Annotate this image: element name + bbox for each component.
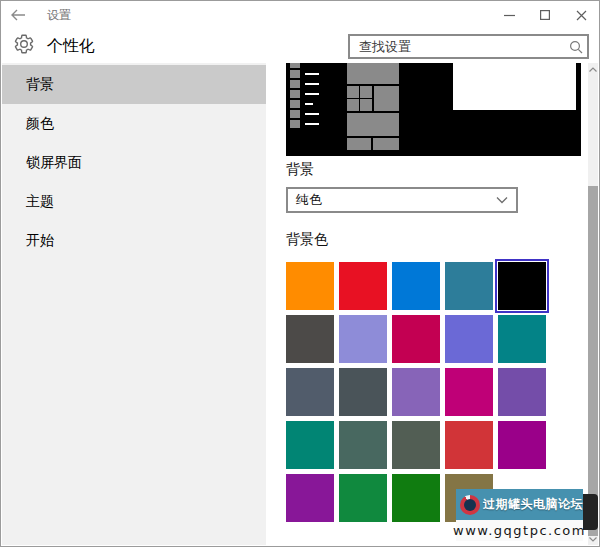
preview-text-line	[305, 83, 319, 85]
preview-tile	[374, 86, 399, 111]
preview-window	[453, 63, 576, 110]
color-swatch-ff8c00[interactable]	[286, 262, 334, 310]
color-swatch-d13438[interactable]	[445, 421, 493, 469]
watermark-logo-icon	[460, 495, 480, 515]
back-arrow-icon	[10, 9, 26, 21]
color-swatch-4a5459[interactable]	[339, 368, 387, 416]
scroll-down-icon[interactable]	[588, 534, 598, 544]
color-swatch-c30052[interactable]	[392, 315, 440, 363]
search-input[interactable]	[350, 39, 565, 54]
preview-tile	[373, 138, 399, 150]
preview-tile	[347, 99, 359, 111]
settings-window: 设置 个性化	[0, 0, 600, 547]
background-type-dropdown[interactable]: 纯色	[286, 187, 518, 213]
background-label: 背景	[286, 161, 314, 179]
background-preview	[286, 63, 581, 156]
preview-text-line	[305, 93, 319, 95]
sidebar-item-background[interactable]: 背景	[2, 65, 266, 104]
watermark-banner: 过期罐头电脑论坛	[456, 489, 583, 520]
preview-app-icon	[290, 63, 300, 68]
color-swatch-e81123[interactable]	[339, 262, 387, 310]
background-colors-label: 背景色	[286, 231, 328, 249]
color-swatch-grid	[286, 262, 547, 522]
color-swatch-6b69d6[interactable]	[445, 315, 493, 363]
maximize-icon	[540, 10, 550, 20]
close-icon	[576, 10, 587, 21]
preview-text-line	[305, 73, 319, 75]
color-swatch-8e8cd8[interactable]	[339, 315, 387, 363]
window-title: 设置	[47, 7, 71, 24]
sidebar-item-colors[interactable]: 颜色	[2, 104, 266, 143]
scroll-up-icon[interactable]	[588, 64, 598, 74]
color-swatch-038387[interactable]	[498, 315, 546, 363]
color-swatch-bf0077[interactable]	[445, 368, 493, 416]
preview-text-line	[305, 123, 319, 125]
back-button[interactable]	[1, 1, 35, 29]
color-swatch-4c4a48[interactable]	[286, 315, 334, 363]
preview-tile	[347, 138, 371, 150]
color-swatch-525e54[interactable]	[392, 421, 440, 469]
maximize-button[interactable]	[527, 1, 563, 29]
scrollbar[interactable]	[588, 63, 598, 545]
preview-text-line	[305, 103, 313, 105]
minimize-button[interactable]	[491, 1, 527, 29]
preview-app-icon	[290, 80, 300, 88]
preview-tile	[347, 113, 399, 136]
page-title: 个性化	[47, 36, 95, 57]
preview-app-icon	[290, 110, 300, 118]
sidebar: 背景颜色锁屏界面主题开始	[2, 63, 266, 545]
watermark-url-band: www.gqgtpc.com	[456, 520, 583, 541]
gear-icon	[13, 33, 35, 55]
color-swatch-744da9[interactable]	[498, 368, 546, 416]
search-icon[interactable]	[565, 40, 587, 54]
preview-app-icon	[290, 70, 300, 78]
preview-tile	[360, 86, 372, 98]
preview-tile	[360, 99, 372, 111]
minimize-icon	[504, 10, 515, 21]
color-swatch-515c6b[interactable]	[286, 368, 334, 416]
titlebar: 设置	[1, 1, 599, 29]
color-swatch-000000[interactable]	[498, 262, 546, 310]
scrollbar-thumb[interactable]	[588, 186, 598, 536]
color-swatch-8764b8[interactable]	[392, 368, 440, 416]
color-swatch-10893e[interactable]	[339, 474, 387, 522]
sidebar-item-themes[interactable]: 主题	[2, 182, 266, 221]
sidebar-item-start[interactable]: 开始	[2, 221, 266, 260]
color-swatch-107c10[interactable]	[392, 474, 440, 522]
preview-tile	[347, 86, 359, 98]
header: 个性化	[1, 29, 599, 63]
search-box[interactable]	[348, 34, 589, 59]
content-pane: 背景 纯色 背景色	[266, 63, 598, 545]
preview-app-icon	[290, 100, 300, 108]
color-swatch-018574[interactable]	[286, 421, 334, 469]
dropdown-value: 纯色	[296, 191, 322, 209]
color-swatch-486860[interactable]	[339, 421, 387, 469]
sidebar-item-lock-screen[interactable]: 锁屏界面	[2, 143, 266, 182]
preview-text-line	[305, 113, 319, 115]
watermark-title: 过期罐头电脑论坛	[483, 496, 583, 513]
color-swatch-9a0089[interactable]	[498, 421, 546, 469]
watermark-url: www.gqgtpc.com	[453, 523, 586, 538]
preview-tile	[347, 63, 399, 84]
chevron-down-icon	[496, 196, 508, 204]
color-swatch-881798[interactable]	[286, 474, 334, 522]
close-button[interactable]	[563, 1, 599, 29]
color-swatch-2d7d9a[interactable]	[445, 262, 493, 310]
preview-app-icon	[290, 90, 300, 98]
preview-app-icon	[290, 120, 300, 128]
color-swatch-0078d7[interactable]	[392, 262, 440, 310]
